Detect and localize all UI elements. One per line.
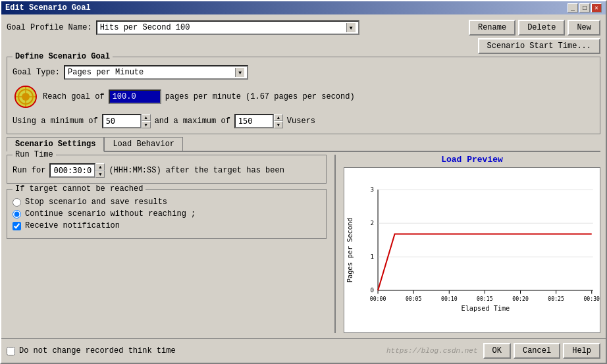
svg-text:00:30: 00:30 <box>583 296 600 302</box>
run-time-spinner[interactable]: ▲ ▼ <box>49 163 105 178</box>
dropdown-arrow-icon[interactable]: ▼ <box>346 23 356 32</box>
run-time-down-button[interactable]: ▼ <box>95 170 105 178</box>
reach-goal-input[interactable]: 100.0 <box>109 90 161 104</box>
define-scenario-goal-title: Define Scenario Goal <box>13 52 113 61</box>
target-icon <box>13 84 39 110</box>
svg-text:00:10: 00:10 <box>441 296 458 302</box>
goal-type-dropdown[interactable]: Pages per Minute ▼ <box>64 65 248 80</box>
run-time-up-button[interactable]: ▲ <box>95 163 105 170</box>
cancel-button[interactable]: Cancel <box>514 343 560 359</box>
maximize-button[interactable]: □ <box>579 3 590 13</box>
run-for-label: Run for <box>13 166 45 175</box>
radio-continue-label: Continue scenario without reaching ; <box>25 209 196 219</box>
goal-type-value: Pages per Minute <box>68 68 144 77</box>
pages-per-minute-label: pages per minute (1.67 pages per second) <box>165 92 355 101</box>
svg-text:00:00: 00:00 <box>370 296 386 302</box>
notification-checkbox[interactable] <box>13 222 21 230</box>
notification-label: Receive notification <box>25 221 120 230</box>
chart-title: Load Preview <box>344 155 600 165</box>
main-lower-area: Run Time Run for ▲ ▼ (HHH:MM:SS) after t… <box>7 155 600 333</box>
svg-text:Elapsed Time: Elapsed Time <box>462 305 510 312</box>
think-time-label: Do not change recorded think time <box>19 346 176 355</box>
watermark-text: https://blog.csdn.net <box>386 347 478 355</box>
main-window: Edit Scenario Goal _ □ ✕ Goal Profile Na… <box>0 0 607 364</box>
tab-load-behavior[interactable]: Load Behavior <box>104 137 183 151</box>
title-bar-buttons: _ □ ✕ <box>567 3 602 13</box>
radio-stop[interactable] <box>13 198 21 207</box>
radio-continue[interactable] <box>13 210 21 219</box>
header-row: Goal Profile Name: Hits per Second 100 ▼… <box>7 20 600 36</box>
main-content: Goal Profile Name: Hits per Second 100 ▼… <box>1 14 606 338</box>
radio-stop-label: Stop scenario and save results <box>25 197 167 207</box>
min-spinner-buttons: ▲ ▼ <box>142 114 151 128</box>
svg-text:00:15: 00:15 <box>477 296 493 302</box>
tabs-row: Scenario Settings Load Behavior <box>7 137 600 152</box>
goal-profile-dropdown[interactable]: Hits per Second 100 ▼ <box>96 20 359 35</box>
min-input[interactable] <box>102 114 142 128</box>
close-button[interactable]: ✕ <box>591 3 602 13</box>
min-spinner[interactable]: ▲ ▼ <box>102 114 151 128</box>
run-time-title: Run Time <box>13 150 56 159</box>
notification-row: Receive notification <box>13 221 321 230</box>
right-panel: Load Preview Pages per Second 0 <box>344 155 600 333</box>
ok-button[interactable]: OK <box>483 343 511 359</box>
goal-profile-label: Goal Profile Name: <box>7 23 92 32</box>
vusers-label: Vusers <box>287 117 315 126</box>
title-bar: Edit Scenario Goal _ □ ✕ <box>1 1 606 14</box>
radio-stop-row: Stop scenario and save results <box>13 197 321 207</box>
max-up-button[interactable]: ▲ <box>274 114 283 121</box>
svg-text:3: 3 <box>370 186 374 193</box>
delete-button[interactable]: Delete <box>518 20 565 36</box>
max-down-button[interactable]: ▼ <box>274 121 283 128</box>
svg-text:2: 2 <box>370 219 374 226</box>
if-target-title: If target cannot be reached <box>13 184 145 194</box>
chart-area: Pages per Second 0 1 2 <box>344 167 600 333</box>
rename-button[interactable]: Rename <box>469 20 515 36</box>
bottom-checkbox-row: Do not change recorded think time <box>7 346 381 355</box>
svg-text:0: 0 <box>370 286 374 294</box>
max-label: and a maximum of <box>155 117 230 126</box>
vertical-divider <box>334 155 336 333</box>
chart-svg: Pages per Second 0 1 2 <box>344 168 600 332</box>
run-time-spinner-buttons: ▲ ▼ <box>95 163 105 178</box>
max-spinner[interactable]: ▲ ▼ <box>234 114 283 128</box>
svg-text:00:25: 00:25 <box>548 296 564 302</box>
svg-text:1: 1 <box>370 253 374 260</box>
bottom-bar: Do not change recorded think time https:… <box>1 338 606 363</box>
think-time-checkbox[interactable] <box>7 347 15 355</box>
minimize-button[interactable]: _ <box>567 3 578 13</box>
run-time-format-label: (HHH:MM:SS) after the target has been <box>109 166 284 175</box>
help-button[interactable]: Help <box>563 343 600 359</box>
window-title: Edit Scenario Goal <box>5 3 91 13</box>
goal-type-label: Goal Type: <box>13 68 60 77</box>
svg-text:Pages per Second: Pages per Second <box>346 218 354 282</box>
ok-cancel-row: OK Cancel Help <box>483 343 600 359</box>
scenario-start-button[interactable]: Scenario Start Time... <box>478 38 600 54</box>
header-buttons: Rename Delete New <box>469 20 600 36</box>
radio-continue-row: Continue scenario without reaching ; <box>13 209 321 219</box>
svg-text:00:20: 00:20 <box>512 296 529 302</box>
run-time-input[interactable] <box>49 163 95 178</box>
min-label: Using a minimum of <box>13 117 98 126</box>
reach-goal-label: Reach goal of <box>43 92 105 101</box>
max-input[interactable] <box>234 114 274 128</box>
goal-profile-value: Hits per Second 100 <box>100 23 190 32</box>
left-panel: Run Time Run for ▲ ▼ (HHH:MM:SS) after t… <box>7 155 327 333</box>
define-scenario-goal-group: Define Scenario Goal Goal Type: Pages pe… <box>7 57 600 134</box>
min-up-button[interactable]: ▲ <box>142 114 151 121</box>
if-target-group: If target cannot be reached Stop scenari… <box>7 189 327 239</box>
max-spinner-buttons: ▲ ▼ <box>274 114 283 128</box>
goal-type-arrow-icon[interactable]: ▼ <box>235 68 244 77</box>
min-down-button[interactable]: ▼ <box>142 121 151 128</box>
new-button[interactable]: New <box>567 20 600 36</box>
svg-text:00:05: 00:05 <box>406 296 422 302</box>
run-time-group: Run Time Run for ▲ ▼ (HHH:MM:SS) after t… <box>7 155 327 184</box>
